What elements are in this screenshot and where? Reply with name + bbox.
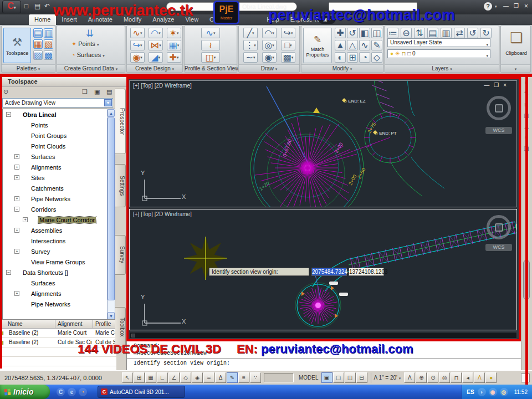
model-space-icon[interactable]: ▣	[321, 372, 332, 383]
des-button-1[interactable]: ∿▾	[130, 28, 145, 38]
help-icon[interactable]: ?	[484, 2, 492, 11]
side-tab-survey[interactable]: Survey	[115, 235, 126, 275]
tree-item-marie-court-corridor[interactable]: +Marie Court Corridor	[3, 214, 107, 225]
application-menu-button[interactable]: C▾	[2, 1, 21, 13]
drw-button-1[interactable]: ╱▾	[243, 28, 258, 38]
command-input-strip[interactable]	[129, 332, 517, 339]
des-button-8[interactable]: ◢▾	[149, 52, 163, 63]
infer-constraints-icon[interactable]: ↖	[122, 372, 133, 383]
lay-button-4[interactable]: ▤	[427, 28, 438, 38]
mod-button-3[interactable]: ◧	[359, 28, 370, 38]
side-tab-settings[interactable]: Settings	[115, 164, 126, 207]
scrollbar-thumb[interactable]	[108, 117, 115, 300]
layer-dropdown[interactable]: ● ☀ ⊓ □ 0 ▾	[387, 49, 490, 58]
scroll-up-icon[interactable]: ▲	[108, 109, 115, 117]
layout-icon[interactable]: ▢	[333, 372, 344, 383]
lay-button-5[interactable]: ▥	[441, 28, 452, 38]
layer-state-dropdown[interactable]: Unsaved Layer State▾	[387, 38, 490, 47]
section-views-button[interactable]: ◫ ▾	[201, 52, 220, 63]
workspace-person-icon[interactable]: Λ	[474, 372, 485, 383]
zoom-icon[interactable]: ⊙	[427, 372, 438, 383]
column-header-profile[interactable]: Profile	[93, 320, 116, 329]
lineweight-icon[interactable]: ≡	[238, 372, 249, 383]
expand-icon[interactable]: +	[14, 249, 19, 254]
toolspace-tool-icon-a[interactable]: ❏	[82, 88, 88, 95]
viewport-bottom[interactable]: [+] [Top] [2D Wireframe] WCS Y X Identif…	[129, 209, 517, 330]
quick-view-drawings-icon[interactable]: ⊟	[356, 372, 367, 383]
expand-icon[interactable]: +	[14, 291, 19, 296]
vp-restore-icon[interactable]: ❐	[494, 82, 503, 88]
prompt-x-input[interactable]: 2075484.7324	[311, 268, 347, 276]
view-mode-dropdown[interactable]: Active Drawing View ▼	[2, 98, 113, 108]
command-prompt-line[interactable]: Identify section view origin:	[127, 358, 521, 366]
selection-cycling-icon[interactable]: ∵	[250, 372, 261, 383]
mod-button-8[interactable]: ✎	[371, 40, 382, 50]
tree-item-catchments[interactable]: Catchments	[3, 183, 107, 193]
expand-icon[interactable]: +	[14, 228, 19, 233]
des-button-7[interactable]: ◉▾	[130, 52, 145, 63]
prompt-y-input[interactable]: 13724108.1203	[349, 268, 384, 276]
create-design-panel-label[interactable]: Create Design ▾	[127, 64, 182, 72]
survey-palette-button[interactable]: ▦	[33, 39, 43, 49]
performance-icon[interactable]: ●	[485, 372, 497, 383]
model-space-label[interactable]: MODEL	[299, 375, 319, 381]
viewport-window-buttons[interactable]: —❐×	[484, 82, 511, 88]
object-snap-icon[interactable]: ◇	[180, 372, 191, 383]
profile-creation-button[interactable]: ≀	[201, 40, 220, 50]
drw-button-8[interactable]: ◉▾	[262, 52, 277, 63]
3d-object-snap-icon[interactable]: ◈	[192, 372, 203, 383]
tree-item-surfaces[interactable]: Surfaces	[3, 278, 107, 288]
des-button-6[interactable]: ▦▾	[167, 40, 181, 50]
mod-button-4[interactable]: ◫	[371, 28, 382, 38]
create-ground-data-panel-label[interactable]: Create Ground Data ▾	[57, 64, 125, 72]
annotation-autoscale-icon[interactable]: Λ	[404, 372, 415, 383]
vp-minimize-icon[interactable]: —	[484, 82, 494, 88]
lay-button-2[interactable]: ⊖	[401, 28, 412, 38]
tab-home[interactable]: Home	[29, 14, 56, 25]
properties-palette-button[interactable]: ▤	[33, 28, 43, 38]
drw-button-2[interactable]: ◠▾	[262, 28, 277, 38]
tree-item-view-frame-groups[interactable]: View Frame Groups	[3, 257, 107, 267]
tool-palettes-button[interactable]: ▧	[44, 39, 53, 49]
drw-button-7[interactable]: ∼▾	[243, 52, 258, 63]
lay-button-8[interactable]: ↻	[480, 28, 492, 38]
toolspace-tool-icon-c[interactable]: ▤	[106, 88, 112, 95]
taskbar-button-autocad[interactable]: C AutoCAD Civil 3D 201...	[98, 386, 185, 398]
expand-icon[interactable]: +	[14, 165, 19, 170]
tree-item-sites[interactable]: +Sites	[3, 172, 107, 183]
import-survey-icon[interactable]: ⇊	[86, 28, 94, 39]
viewport-top[interactable]: [+] [Top] [2D Wireframe] —❐× WCS Y X 0+5…	[129, 80, 517, 207]
mod-button-6[interactable]: △	[347, 40, 358, 50]
new-file-icon[interactable]: □	[24, 2, 28, 10]
expand-icon[interactable]: +	[14, 175, 19, 180]
steering-wheel-icon[interactable]: ◎	[439, 372, 450, 383]
surfaces-menu[interactable]: ◔ Surfaces ▾	[71, 52, 105, 58]
side-tab-toolbox[interactable]: Toolbox	[115, 307, 126, 347]
drw-button-3[interactable]: ↪▾	[281, 28, 295, 38]
quick-view-layouts-icon[interactable]: ◫	[345, 372, 356, 383]
lay-button-6[interactable]: ⇄	[454, 28, 465, 38]
tree-item-pipe-networks[interactable]: +Pipe Networks	[3, 193, 107, 204]
collapse-icon[interactable]: −	[14, 207, 19, 212]
collapse-icon[interactable]: −	[6, 270, 11, 275]
polar-tracking-icon[interactable]: ∠	[168, 372, 180, 383]
dynamic-ucs-icon[interactable]: Δ	[215, 372, 226, 383]
modify-panel-label[interactable]: Modify ▾	[301, 64, 383, 72]
expand-icon[interactable]: +	[14, 154, 19, 159]
clipboard-panel-label[interactable]: ▾	[501, 64, 530, 72]
tree-item-alignments[interactable]: +Alignments	[3, 162, 107, 172]
tree-item-surfaces[interactable]: +Surfaces	[3, 151, 107, 162]
drw-button-6[interactable]: □▾	[281, 40, 295, 50]
annotation-visibility-icon[interactable]: ⊕	[416, 372, 427, 383]
points-menu[interactable]: ✦ Points ▾	[71, 40, 99, 48]
column-header-name[interactable]: Name	[0, 320, 55, 329]
drw-button-5[interactable]: ◎▾	[262, 40, 277, 50]
open-file-icon[interactable]: ▤	[34, 2, 40, 10]
language-indicator[interactable]: ES	[467, 389, 474, 395]
tree-item-pipe-networks[interactable]: Pipe Networks	[3, 299, 107, 309]
ql-ie-icon[interactable]: e	[68, 388, 76, 396]
des-button-2[interactable]: ◠▾	[149, 28, 163, 38]
lock-ui-icon[interactable]: ⊓	[451, 372, 462, 383]
mod-button-9[interactable]: ◐	[335, 52, 346, 63]
close-icon[interactable]: ×	[524, 2, 528, 10]
